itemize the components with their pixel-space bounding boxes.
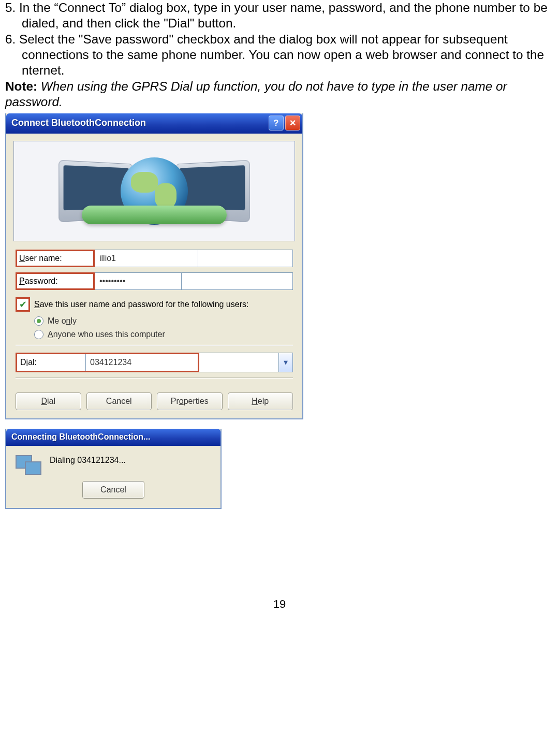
radio-anyone[interactable]: Anyone who uses this computer [34,329,293,340]
connecting-title: Connecting BluetoothConnection... [11,432,218,442]
connect-title: Connect BluetoothConnection [11,117,267,129]
note-label: Note: [5,79,37,93]
separator [16,345,293,345]
save-password-checkbox[interactable]: ✔ [16,297,30,312]
connect-dialog: Connect BluetoothConnection ? ✕ User nam… [5,113,303,419]
username-input[interactable] [95,250,198,267]
check-icon: ✔ [19,300,27,309]
dial-rest[interactable] [199,353,279,372]
connect-titlebar[interactable]: Connect BluetoothConnection ? ✕ [6,113,302,134]
note-line2: password. [5,94,554,110]
radio-selected-icon [34,316,43,326]
radio-me-only[interactable]: Me only [34,316,293,326]
connecting-dialog: Connecting BluetoothConnection... Dialin… [5,429,222,509]
ribbon-icon [82,206,227,224]
dial-label: Dial: [17,354,86,371]
save-block: ✔ Save this user name and password for t… [16,297,293,340]
dial-input[interactable] [86,354,198,371]
note-text1: When using the GPRS Dial up function, yo… [37,79,507,93]
password-row: Password: [16,272,293,290]
button-row: Dial Cancel Properties Help [6,389,302,418]
connect-banner-image [13,141,295,241]
step6-line1: 6. Select the "Save password" checkbox a… [5,32,554,47]
step5-line2: dialed, and then click the "Dial" button… [5,16,554,31]
username-row: User name: [16,250,293,267]
username-label: User name: [16,250,95,267]
radio-me-label: Me only [48,316,77,326]
help-icon[interactable]: ? [269,115,284,130]
connecting-titlebar[interactable]: Connecting BluetoothConnection... [6,429,220,446]
page-number: 19 [5,597,554,612]
dial-button[interactable]: Dial [16,392,81,410]
step5-line1: 5. In the “Connect To” dialog box, type … [5,0,554,16]
help-button[interactable]: Help [228,392,293,410]
chevron-down-icon: ▾ [284,357,288,368]
step6-line3: nternet. [5,63,554,78]
connecting-cancel-button[interactable]: Cancel [82,481,144,499]
password-rest[interactable] [182,272,293,290]
network-connection-icon [16,455,41,476]
close-icon[interactable]: ✕ [285,115,300,130]
dial-dropdown-button[interactable]: ▾ [279,353,293,372]
separator-2 [16,377,293,378]
radio-unselected-icon [34,330,43,339]
step6-line2: connections to the same phone number. Yo… [5,47,554,63]
note-line1: Note: When using the GPRS Dial up functi… [5,79,554,94]
cancel-button[interactable]: Cancel [86,392,152,410]
save-password-label: Save this user name and password for the… [34,299,248,310]
connecting-status: Dialing 034121234... [50,455,126,466]
dial-row: Dial: ▾ [16,353,293,372]
username-rest[interactable] [198,250,293,267]
password-label: Password: [16,272,95,290]
radio-anyone-label: Anyone who uses this computer [48,329,165,340]
password-input[interactable] [95,272,182,290]
properties-button[interactable]: Properties [157,392,223,410]
